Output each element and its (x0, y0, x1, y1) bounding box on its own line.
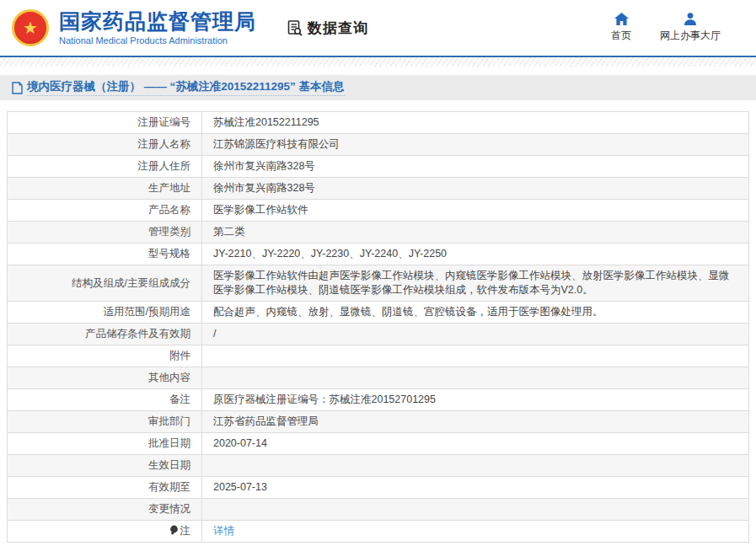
table-row: 生效日期 (8, 455, 749, 477)
row-label: 注册人名称 (8, 134, 202, 156)
row-value: 苏械注准20152211295 (202, 112, 749, 134)
row-label: 注 (8, 521, 202, 543)
row-value: 详情 (202, 521, 749, 543)
table-row: 附件 (8, 345, 749, 367)
table-row: 审批部门江苏省药品监督管理局 (8, 411, 749, 433)
org-name-zh: 国家药品监督管理局 (59, 10, 256, 34)
hatch-band (0, 57, 756, 67)
row-label: 备注 (8, 389, 202, 411)
document-icon (12, 82, 23, 94)
row-value: 第二类 (202, 222, 749, 244)
registration-info-table-wrap: 注册证编号苏械注准20152211295注册人名称江苏锦源医疗科技有限公司注册人… (7, 111, 749, 543)
row-label: 注册人住所 (8, 156, 202, 178)
row-value: 2020-07-14 (202, 433, 749, 455)
table-row: 适用范围/预期用途配合超声、内窥镜、放射、显微镜、阴道镜、宫腔镜设备，适用于医学… (8, 302, 749, 324)
row-value: 2025-07-13 (202, 477, 749, 499)
nav-online-hall[interactable]: 网上办事大厅 (660, 13, 721, 43)
row-label: 结构及组成/主要组成成分 (8, 265, 202, 302)
row-label: 生产地址 (8, 178, 202, 200)
row-label: 注册证编号 (8, 112, 202, 134)
org-title-block: 国家药品监督管理局 National Medical Products Admi… (59, 10, 256, 46)
note-bulb-icon (169, 525, 179, 535)
row-label: 有效期至 (8, 477, 202, 499)
row-value: 配合超声、内窥镜、放射、显微镜、阴道镜、宫腔镜设备，适用于医学图像处理用。 (202, 302, 749, 324)
detail-link[interactable]: 详情 (213, 525, 234, 537)
table-row: 生产地址徐州市复兴南路328号 (8, 178, 749, 200)
row-value: 原医疗器械注册证编号：苏械注准20152701295 (202, 389, 749, 411)
table-row: 产品储存条件及有效期/ (8, 324, 749, 345)
table-row: 型号规格JY-2210、JY-2220、JY-2230、JY-2240、JY-2… (8, 244, 749, 265)
table-row: 有效期至2025-07-13 (8, 477, 749, 499)
nav-home[interactable]: 首页 (611, 13, 631, 43)
table-row: 产品名称医学影像工作站软件 (8, 200, 749, 222)
row-label: 适用范围/预期用途 (8, 302, 202, 324)
data-query-label: 数据查询 (308, 19, 368, 38)
row-label: 审批部门 (8, 411, 202, 433)
header-nav: 首页 网上办事大厅 (611, 13, 744, 43)
row-label: 生效日期 (8, 455, 202, 477)
row-value: 江苏省药品监督管理局 (202, 411, 749, 433)
table-row: 注详情 (8, 521, 749, 543)
data-query-section[interactable]: 数据查询 (287, 19, 368, 38)
row-label: 其他内容 (8, 367, 202, 389)
table-row: 注册人名称江苏锦源医疗科技有限公司 (8, 134, 749, 156)
table-row: 备注原医疗器械注册证编号：苏械注准20152701295 (8, 389, 749, 411)
table-row: 变更情况 (8, 499, 749, 521)
home-icon (614, 13, 629, 25)
table-row: 批准日期2020-07-14 (8, 433, 749, 455)
row-value (202, 367, 749, 389)
row-value (202, 345, 749, 367)
table-row: 管理类别第二类 (8, 222, 749, 244)
nav-home-label: 首页 (611, 29, 631, 43)
row-value: 徐州市复兴南路328号 (202, 178, 749, 200)
row-value: JY-2210、JY-2220、JY-2230、JY-2240、JY-2250 (202, 244, 749, 265)
table-row: 注册证编号苏械注准20152211295 (8, 112, 749, 134)
row-label: 产品储存条件及有效期 (8, 324, 202, 345)
page-title-bar: 境内医疗器械（注册） —— “苏械注准20152211295” 基本信息 (0, 75, 756, 100)
registration-info-table: 注册证编号苏械注准20152211295注册人名称江苏锦源医疗科技有限公司注册人… (7, 111, 749, 543)
row-value: 医学影像工作站软件 (202, 200, 749, 222)
national-emblem-logo: ★ (12, 9, 49, 46)
row-value: / (202, 324, 749, 345)
table-row: 其他内容 (8, 367, 749, 389)
row-label: 变更情况 (8, 499, 202, 521)
row-value (202, 499, 749, 521)
row-value: 江苏锦源医疗科技有限公司 (202, 134, 749, 156)
site-header: ★ 国家药品监督管理局 National Medical Products Ad… (0, 0, 756, 56)
row-label: 型号规格 (8, 244, 202, 265)
user-icon (684, 13, 697, 25)
row-label: 批准日期 (8, 433, 202, 455)
table-row: 注册人住所徐州市复兴南路328号 (8, 156, 749, 178)
data-query-icon (287, 19, 303, 36)
row-value (202, 455, 749, 477)
row-value: 徐州市复兴南路328号 (202, 156, 749, 178)
row-label: 管理类别 (8, 222, 202, 244)
page-title: 境内医疗器械（注册） —— “苏械注准20152211295” 基本信息 (27, 79, 345, 96)
row-label: 附件 (8, 345, 202, 367)
org-name-en: National Medical Products Administration (59, 35, 256, 46)
table-row: 结构及组成/主要组成成分医学影像工作站软件由超声医学影像工作站模块、内窥镜医学影… (8, 265, 749, 302)
row-value: 医学影像工作站软件由超声医学影像工作站模块、内窥镜医学影像工作站模块、放射医学影… (202, 265, 749, 302)
row-label: 产品名称 (8, 200, 202, 222)
nav-online-hall-label: 网上办事大厅 (660, 29, 721, 43)
